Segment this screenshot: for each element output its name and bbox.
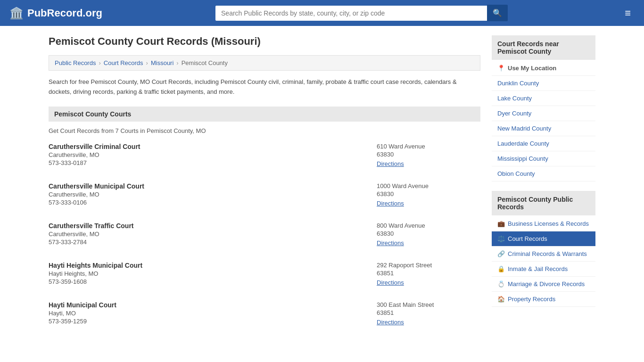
- court-entry: Caruthersville Criminal Court Caruthersv…: [49, 143, 480, 171]
- menu-button[interactable]: ≡: [621, 5, 635, 21]
- nearby-new-madrid[interactable]: New Madrid County: [492, 121, 595, 136]
- court-phone: 573-333-2784: [49, 239, 377, 246]
- logo-text: PubRecord.org: [27, 7, 102, 19]
- breadcrumb: Public Records › Court Records › Missour…: [49, 55, 480, 71]
- sidebar-record-icon: 💼: [497, 220, 505, 227]
- location-icon: 📍: [497, 65, 505, 72]
- court-address: 800 Ward Avenue: [377, 222, 480, 229]
- courts-section-header: Pemiscot County Courts: [49, 107, 480, 122]
- courts-list: Caruthersville Criminal Court Caruthersv…: [49, 143, 480, 329]
- sidebar-record-icon: 💍: [497, 280, 505, 288]
- page-description: Search for free Pemiscot County, MO Cour…: [49, 77, 480, 97]
- main-container: Pemiscot County Court Records (Missouri)…: [39, 26, 605, 350]
- breadcrumb-public-records[interactable]: Public Records: [55, 59, 96, 66]
- court-right-0: 610 Ward Avenue 63830 Directions: [377, 143, 480, 167]
- court-left-2: Caruthersville Traffic Court Caruthersvi…: [49, 222, 377, 247]
- court-phone: 573-333-0187: [49, 159, 377, 166]
- public-records-item-3[interactable]: 🔒 Inmate & Jail Records: [492, 262, 595, 277]
- court-city: Hayti, MO: [49, 310, 377, 317]
- public-records-item-4[interactable]: 💍 Marriage & Divorce Records: [492, 277, 595, 292]
- nearby-dunklin[interactable]: Dunklin County: [492, 76, 595, 91]
- court-zip: 63830: [377, 151, 480, 158]
- public-records-item-2[interactable]: 🔗 Criminal Records & Warrants: [492, 247, 595, 262]
- sidebar-record-icon: 🏠: [497, 296, 505, 303]
- court-name: Caruthersville Traffic Court: [49, 222, 377, 230]
- court-entry: Caruthersville Municipal Court Caruthers…: [49, 182, 480, 211]
- search-button[interactable]: 🔍: [487, 5, 508, 21]
- breadcrumb-sep-3: ›: [176, 59, 178, 66]
- sidebar-record-icon: ⚖️: [497, 235, 505, 242]
- nearby-obion[interactable]: Obion County: [492, 166, 595, 181]
- public-records-list: 💼 Business Licenses & Records ⚖️ Court R…: [492, 216, 595, 307]
- directions-link[interactable]: Directions: [377, 239, 404, 247]
- use-location-label: Use My Location: [508, 65, 556, 72]
- court-address: 300 East Main Street: [377, 301, 480, 308]
- court-zip: 63830: [377, 230, 480, 237]
- courts-subtext: Get Court Records from 7 Courts in Pemis…: [49, 127, 480, 134]
- court-city: Caruthersville, MO: [49, 230, 377, 238]
- site-logo[interactable]: 🏛️ PubRecord.org: [9, 7, 102, 20]
- directions-link[interactable]: Directions: [377, 319, 404, 326]
- court-entry: Hayti Heights Municipal Court Hayti Heig…: [49, 262, 480, 290]
- court-right-3: 292 Rapoport Street 63851 Directions: [377, 262, 480, 286]
- menu-icon: ≡: [625, 7, 631, 19]
- public-records-item-1[interactable]: ⚖️ Court Records: [492, 231, 595, 247]
- sidebar-record-icon: 🔒: [497, 265, 505, 272]
- nearby-list: 📍 Use My Location Dunklin County Lake Co…: [492, 61, 595, 181]
- court-address: 1000 Ward Avenue: [377, 182, 480, 189]
- sidebar: Court Records near Pemiscot County 📍 Use…: [492, 35, 595, 341]
- court-name: Caruthersville Criminal Court: [49, 143, 377, 150]
- court-city: Caruthersville, MO: [49, 151, 377, 158]
- court-name: Hayti Municipal Court: [49, 301, 377, 309]
- court-phone: 573-359-1259: [49, 318, 377, 325]
- court-zip: 63830: [377, 190, 480, 197]
- nearby-section-header: Court Records near Pemiscot County: [492, 35, 595, 60]
- sidebar-record-link[interactable]: Court Records: [508, 235, 547, 242]
- sidebar-record-icon: 🔗: [497, 250, 505, 257]
- breadcrumb-missouri[interactable]: Missouri: [151, 59, 173, 66]
- breadcrumb-sep-2: ›: [146, 59, 148, 66]
- sidebar-record-link[interactable]: Business Licenses & Records: [508, 220, 589, 227]
- sidebar-record-link[interactable]: Marriage & Divorce Records: [508, 280, 585, 288]
- public-records-item-5[interactable]: 🏠 Property Records: [492, 292, 595, 307]
- court-entry: Hayti Municipal Court Hayti, MO 573-359-…: [49, 301, 480, 329]
- nearby-lauderdale[interactable]: Lauderdale County: [492, 136, 595, 151]
- court-left-3: Hayti Heights Municipal Court Hayti Heig…: [49, 262, 377, 286]
- content-area: Pemiscot County Court Records (Missouri)…: [49, 35, 480, 341]
- court-entry: Caruthersville Traffic Court Caruthersvi…: [49, 222, 480, 250]
- court-right-4: 300 East Main Street 63851 Directions: [377, 301, 480, 326]
- court-address: 292 Rapoport Street: [377, 262, 480, 269]
- court-phone: 573-333-0106: [49, 199, 377, 206]
- directions-link[interactable]: Directions: [377, 200, 404, 207]
- use-location-item[interactable]: 📍 Use My Location: [492, 61, 595, 76]
- nearby-lake[interactable]: Lake County: [492, 91, 595, 106]
- breadcrumb-sep-1: ›: [99, 59, 100, 66]
- sidebar-record-link[interactable]: Criminal Records & Warrants: [508, 250, 587, 257]
- sidebar-record-link[interactable]: Inmate & Jail Records: [508, 265, 568, 272]
- court-address: 610 Ward Avenue: [377, 143, 480, 150]
- breadcrumb-court-records[interactable]: Court Records: [104, 59, 143, 66]
- public-records-item-0[interactable]: 💼 Business Licenses & Records: [492, 216, 595, 231]
- directions-link[interactable]: Directions: [377, 160, 404, 167]
- court-left-4: Hayti Municipal Court Hayti, MO 573-359-…: [49, 301, 377, 326]
- court-city: Caruthersville, MO: [49, 191, 377, 198]
- court-zip: 63851: [377, 270, 480, 277]
- search-input[interactable]: [215, 6, 487, 21]
- sidebar-record-link[interactable]: Property Records: [508, 296, 555, 303]
- building-icon: 🏛️: [9, 7, 24, 20]
- site-header: 🏛️ PubRecord.org 🔍 ≡: [0, 0, 644, 26]
- court-zip: 63851: [377, 309, 480, 316]
- court-right-2: 800 Ward Avenue 63830 Directions: [377, 222, 480, 247]
- directions-link[interactable]: Directions: [377, 279, 404, 286]
- search-icon: 🔍: [493, 9, 502, 17]
- public-records-section-header: Pemiscot County Public Records: [492, 191, 595, 215]
- court-name: Caruthersville Municipal Court: [49, 182, 377, 190]
- search-container: 🔍: [215, 5, 508, 21]
- nearby-dyer[interactable]: Dyer County: [492, 106, 595, 121]
- page-title: Pemiscot County Court Records (Missouri): [49, 35, 480, 48]
- nearby-mississippi[interactable]: Mississippi County: [492, 151, 595, 166]
- court-name: Hayti Heights Municipal Court: [49, 262, 377, 269]
- court-city: Hayti Heights, MO: [49, 270, 377, 277]
- court-left-1: Caruthersville Municipal Court Caruthers…: [49, 182, 377, 207]
- court-phone: 573-359-1608: [49, 278, 377, 285]
